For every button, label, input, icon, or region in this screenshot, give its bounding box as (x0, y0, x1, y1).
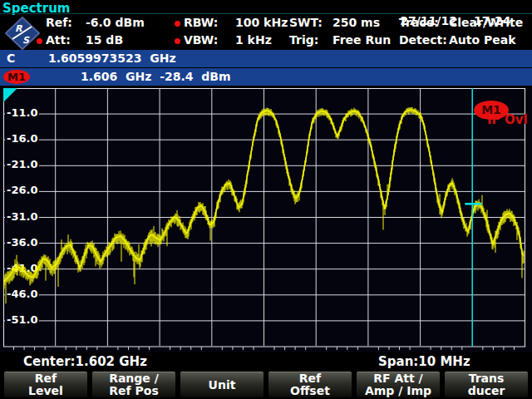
marker-m1-readout: 1.606 GHz -28.4 dBm (81, 70, 231, 83)
softkey-ref-offset[interactable]: RefOffset (268, 372, 352, 397)
ref-level-triangle-icon (3, 88, 17, 102)
softkey-unit[interactable]: Unit (180, 372, 264, 397)
center-frequency-readout: Center:1.602 GHz (23, 354, 147, 369)
detector-value: Auto Peak (449, 33, 516, 47)
rbw-label: RBW: (184, 16, 218, 29)
sweep-time-value: 250 ms (332, 16, 380, 29)
trace-layer (0, 88, 532, 352)
softkey-range-ref-pos[interactable]: Range /Ref Pos (92, 372, 175, 397)
center-frequency-row: C 1.6059973523 GHz (0, 50, 532, 67)
spectrum-analyzer-screen: Spectrum 27/11/1217:24 R S Ref: -6.0 dBm… (0, 0, 532, 399)
center-row-value: 1.6059973523 GHz (48, 52, 176, 65)
att-bullet-icon (37, 38, 42, 44)
marker-info-bar: C 1.6059973523 GHz M1 1.606 GHz -28.4 dB… (0, 50, 532, 86)
ref-level-label: Ref: (46, 16, 72, 29)
center-row-label: C (7, 52, 15, 65)
vbw-value: 1 kHz (235, 33, 272, 47)
frequency-axis-bar: Center:1.602 GHz Span:10 MHz (0, 352, 532, 371)
marker-m1-bar-badge: M1 (3, 70, 30, 84)
trace-mode-value: Clear/Write (449, 16, 523, 29)
softkey-bar: RefLevel Range /Ref Pos Unit RefOffset R… (0, 371, 532, 399)
rbw-bullet-icon (175, 21, 180, 27)
settings-panel: R S Ref: -6.0 dBm Att: 15 dB RBW: 100 kH… (0, 14, 532, 50)
detector-label: Detect: (399, 33, 447, 47)
marker-m1-badge: M1 (474, 101, 509, 120)
svg-text:S: S (22, 35, 30, 46)
softkey-rf-att-amp-imp[interactable]: RF Att /Amp / Imp (357, 372, 440, 397)
title-bar: Spectrum 27/11/1217:24 (0, 0, 532, 14)
trigger-value: Free Run (332, 33, 391, 47)
vbw-label: VBW: (184, 33, 218, 47)
softkey-ref-level[interactable]: RefLevel (4, 372, 87, 397)
svg-text:R: R (15, 23, 22, 34)
sweep-time-label: SWT: (289, 16, 323, 29)
trigger-label: Trig: (289, 33, 318, 47)
spectrum-plot: -11.0-16.0-21.0-26.0-31.0-36.0-41.0-46.0… (0, 88, 532, 352)
softkey-transducer[interactable]: Transducer (445, 372, 528, 397)
span-readout: Span:10 MHz (378, 354, 470, 369)
rs-logo-icon: R S (4, 16, 41, 51)
marker-m1-row: M1 1.606 GHz -28.4 dBm (0, 68, 532, 86)
trace-mode-label: Trace: (399, 16, 439, 29)
ref-level-value: -6.0 dBm (86, 16, 145, 29)
rbw-value: 100 kHz (235, 16, 288, 29)
attenuation-label: Att: (46, 33, 71, 47)
attenuation-value: 15 dB (86, 33, 123, 47)
vbw-bullet-icon (175, 38, 180, 44)
